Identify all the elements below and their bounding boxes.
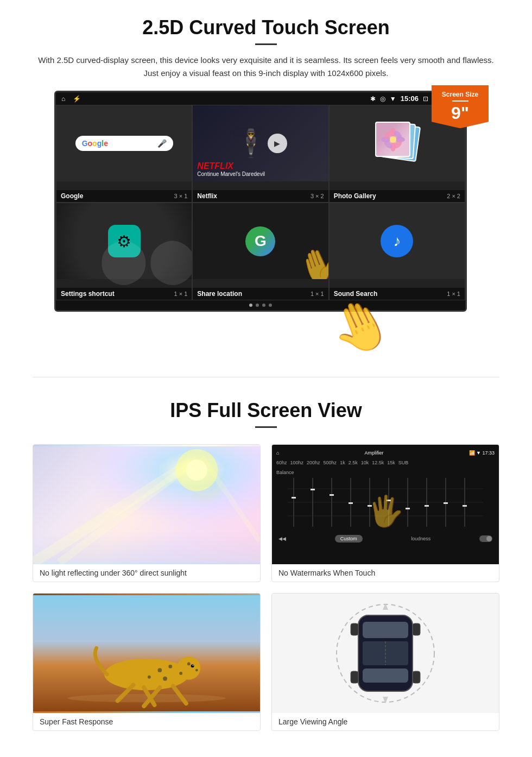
svg-point-15 (186, 459, 207, 481)
feature-card-sunlight: No light reflecting under 360° direct su… (33, 444, 261, 582)
svg-rect-20 (292, 497, 296, 499)
daredevil-figure: 🕴 (234, 128, 268, 159)
share-bg: G ✋ (193, 203, 328, 279)
status-bar-left: ⌂ ⚡ (61, 95, 81, 103)
svg-rect-34 (425, 505, 429, 507)
svg-point-46 (148, 676, 151, 679)
sunlight-label: No light reflecting under 360° direct su… (33, 564, 260, 582)
title-underline (255, 43, 277, 45)
cheetah-image (33, 594, 260, 713)
svg-rect-37 (464, 478, 465, 527)
sound-app-size: 1 × 1 (447, 291, 460, 297)
netflix-bg: 🕴 ▶ NETFLIX Continue Marvel's Daredevil (193, 105, 328, 181)
photos-app-size: 2 × 2 (447, 193, 460, 199)
app-grid: Google 🎤 Google 3 × 1 (56, 105, 465, 300)
car-image (272, 594, 499, 713)
bluetooth-icon: ✱ (370, 95, 376, 103)
section1-desc: With 2.5D curved-display screen, this de… (33, 54, 499, 80)
eq-home: ⌂ (276, 450, 279, 456)
svg-rect-32 (406, 508, 410, 509)
netflix-content: 🕴 ▶ NETFLIX Continue Marvel's Daredevil (193, 105, 328, 181)
maps-content: G ✋ (193, 203, 328, 279)
section-divider (33, 377, 499, 377)
google-search-bar[interactable]: Google 🎤 (75, 136, 173, 151)
app-cell-maps[interactable]: G ✋ Share location 1 × 1 (192, 203, 328, 300)
google-app-name: Google (61, 192, 83, 200)
svg-rect-63 (363, 668, 408, 683)
svg-point-49 (187, 663, 191, 666)
status-time: 15:06 (401, 94, 419, 103)
eq-freq-labels: 60hz100hz200hz500hz1k2.5k10k12.5k15kSUB (276, 459, 495, 466)
eq-screen: ⌂ Amplifier 📶 ▼ 17:33 60hz100hz200hz500h… (272, 445, 499, 564)
svg-rect-22 (311, 489, 315, 490)
maps-app-name: Share location (197, 290, 242, 298)
svg-rect-23 (331, 478, 332, 527)
netflix-app-name: Netflix (197, 192, 217, 200)
car-svg (304, 599, 467, 708)
home-icon[interactable]: ⌂ (61, 95, 65, 103)
car-label: Large Viewing Angle (272, 713, 499, 730)
wifi-icon: ▼ (390, 95, 396, 103)
section2-underline (255, 426, 277, 428)
maps-app-size: 1 × 1 (311, 291, 324, 297)
status-bar: ⌂ ⚡ ✱ ◎ ▼ 15:06 ⊡ ◁) ⊠ ▭ (56, 92, 465, 105)
app-cell-google[interactable]: Google 🎤 Google 3 × 1 (56, 105, 192, 203)
eq-label: No Watermarks When Touch (272, 564, 499, 582)
app-cell-netflix[interactable]: 🕴 ▶ NETFLIX Continue Marvel's Daredevil … (192, 105, 328, 203)
feature-card-car: Large Viewing Angle (271, 593, 499, 731)
play-button[interactable]: ▶ (268, 134, 287, 153)
pagination-dots (56, 300, 465, 310)
google-label-bar: Google 3 × 1 (56, 190, 192, 202)
sunlight-image (33, 445, 260, 564)
google-app-size: 3 × 1 (174, 193, 188, 199)
svg-rect-24 (330, 494, 334, 496)
settings-label-bar: Settings shortcut 1 × 1 (56, 288, 192, 300)
maps-label-bar: Share location 1 × 1 (193, 288, 328, 300)
badge-size: 9" (451, 103, 469, 123)
eq-balance-label: Balance (276, 470, 495, 475)
settings-content: ⚙ ⬤⬤ (56, 203, 192, 279)
eq-custom-btn[interactable]: Custom (335, 535, 363, 542)
svg-point-42 (104, 659, 189, 690)
sound-bg: ♪ (330, 203, 465, 279)
section2-title: IPS Full Screen View (33, 399, 499, 422)
cheetah-svg (33, 594, 260, 713)
app-cell-settings[interactable]: ⚙ ⬤⬤ Settings shortcut 1 × 1 (56, 203, 192, 300)
svg-rect-65 (413, 623, 420, 635)
eq-toggle[interactable] (479, 535, 492, 542)
feature-card-cheetah: Super Fast Response (33, 593, 261, 731)
svg-rect-61 (363, 622, 408, 638)
google-logo: Google (82, 139, 108, 148)
location-icon: ◎ (380, 95, 385, 103)
eq-loudness-label: loudness (411, 536, 430, 541)
mic-icon: 🎤 (157, 139, 167, 148)
eq-nav: ◀◀ (278, 536, 286, 541)
svg-rect-66 (351, 671, 358, 683)
badge-label: Screen Size (436, 91, 484, 98)
features-grid: No light reflecting under 360° direct su… (33, 444, 499, 731)
netflix-logo: NETFLIX (197, 161, 265, 171)
svg-point-50 (195, 669, 198, 672)
svg-rect-67 (413, 671, 420, 683)
dot-3 (262, 304, 265, 307)
eq-status-bar: ⌂ Amplifier 📶 ▼ 17:33 (276, 449, 495, 457)
photos-app-name: Photo Gallery (334, 192, 376, 200)
settings-shadow: ⬤⬤ (99, 234, 192, 285)
sound-label-bar: Sound Search 1 × 1 (330, 288, 465, 300)
svg-rect-31 (407, 478, 408, 527)
svg-rect-33 (426, 478, 427, 527)
photo-card-3 (375, 122, 410, 157)
settings-app-name: Settings shortcut (61, 290, 115, 298)
svg-point-47 (163, 677, 167, 681)
dot-1 (249, 304, 252, 307)
svg-rect-21 (312, 478, 313, 527)
svg-point-48 (179, 672, 182, 675)
cheetah-label: Super Fast Response (33, 713, 260, 730)
photos-label-bar: Photo Gallery 2 × 2 (330, 190, 465, 202)
camera-icon: ⊡ (423, 95, 428, 103)
settings-bg: ⚙ ⬤⬤ (56, 203, 192, 279)
netflix-app-size: 3 × 2 (311, 193, 324, 199)
app-cell-sound[interactable]: ♪ Sound Search 1 × 1 (329, 203, 465, 300)
android-screen: ⌂ ⚡ ✱ ◎ ▼ 15:06 ⊡ ◁) ⊠ ▭ (54, 91, 467, 312)
svg-point-56 (193, 665, 194, 666)
